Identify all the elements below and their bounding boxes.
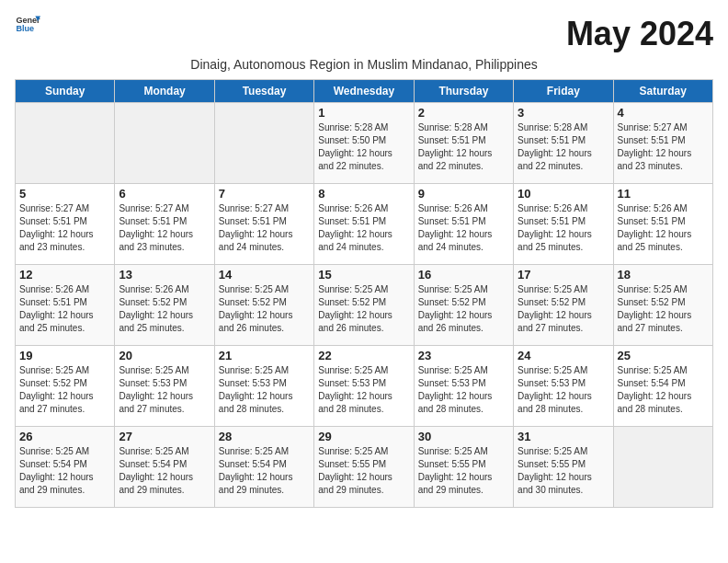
day-number: 20 (119, 349, 210, 362)
day-info: Sunrise: 5:26 AMSunset: 5:52 PMDaylight:… (119, 283, 210, 335)
day-info: Sunrise: 5:25 AMSunset: 5:54 PMDaylight:… (119, 445, 210, 497)
calendar-cell: 4Sunrise: 5:27 AMSunset: 5:51 PMDaylight… (613, 103, 712, 184)
day-number: 16 (418, 268, 509, 282)
day-info: Sunrise: 5:25 AMSunset: 5:52 PMDaylight:… (618, 283, 709, 335)
day-info: Sunrise: 5:28 AMSunset: 5:51 PMDaylight:… (418, 121, 509, 173)
day-info: Sunrise: 5:25 AMSunset: 5:53 PMDaylight:… (418, 364, 509, 416)
calendar-cell: 9Sunrise: 5:26 AMSunset: 5:51 PMDaylight… (414, 184, 513, 265)
day-number: 3 (518, 106, 609, 120)
calendar-table: SundayMondayTuesdayWednesdayThursdayFrid… (15, 79, 713, 508)
day-number: 22 (318, 349, 409, 362)
day-number: 7 (219, 187, 310, 201)
day-number: 24 (518, 349, 609, 362)
day-number: 2 (418, 106, 509, 120)
calendar-cell: 25Sunrise: 5:25 AMSunset: 5:54 PMDayligh… (613, 346, 712, 427)
calendar-cell (613, 427, 712, 508)
day-number: 14 (219, 268, 310, 282)
weekday-header: Sunday (16, 80, 115, 103)
day-info: Sunrise: 5:25 AMSunset: 5:53 PMDaylight:… (318, 364, 409, 416)
day-info: Sunrise: 5:25 AMSunset: 5:54 PMDaylight:… (19, 445, 110, 497)
day-number: 28 (219, 430, 310, 443)
calendar-cell: 24Sunrise: 5:25 AMSunset: 5:53 PMDayligh… (514, 346, 613, 427)
calendar-cell: 11Sunrise: 5:26 AMSunset: 5:51 PMDayligh… (613, 184, 712, 265)
calendar-cell: 29Sunrise: 5:25 AMSunset: 5:55 PMDayligh… (314, 427, 414, 508)
day-info: Sunrise: 5:25 AMSunset: 5:54 PMDaylight:… (618, 364, 709, 416)
day-info: Sunrise: 5:26 AMSunset: 5:51 PMDaylight:… (618, 202, 709, 254)
day-info: Sunrise: 5:25 AMSunset: 5:54 PMDaylight:… (219, 445, 310, 497)
day-info: Sunrise: 5:25 AMSunset: 5:55 PMDaylight:… (518, 445, 609, 497)
day-number: 19 (19, 349, 110, 362)
day-info: Sunrise: 5:26 AMSunset: 5:51 PMDaylight:… (318, 202, 409, 254)
day-number: 8 (318, 187, 409, 201)
calendar-cell: 10Sunrise: 5:26 AMSunset: 5:51 PMDayligh… (514, 184, 613, 265)
day-number: 18 (618, 268, 709, 282)
day-number: 17 (518, 268, 609, 282)
day-info: Sunrise: 5:25 AMSunset: 5:53 PMDaylight:… (119, 364, 210, 416)
day-info: Sunrise: 5:25 AMSunset: 5:52 PMDaylight:… (518, 283, 609, 335)
day-number: 1 (318, 106, 409, 120)
day-number: 13 (119, 268, 210, 282)
day-info: Sunrise: 5:25 AMSunset: 5:52 PMDaylight:… (318, 283, 409, 335)
calendar-cell: 6Sunrise: 5:27 AMSunset: 5:51 PMDaylight… (115, 184, 214, 265)
day-info: Sunrise: 5:26 AMSunset: 5:51 PMDaylight:… (19, 283, 110, 335)
calendar-cell: 13Sunrise: 5:26 AMSunset: 5:52 PMDayligh… (115, 265, 214, 346)
day-number: 10 (518, 187, 609, 201)
day-number: 11 (618, 187, 709, 201)
calendar-cell: 31Sunrise: 5:25 AMSunset: 5:55 PMDayligh… (514, 427, 613, 508)
calendar-cell: 28Sunrise: 5:25 AMSunset: 5:54 PMDayligh… (214, 427, 313, 508)
month-title: May 2024 (566, 15, 713, 53)
day-number: 15 (318, 268, 409, 282)
day-number: 31 (518, 430, 609, 443)
calendar-cell: 23Sunrise: 5:25 AMSunset: 5:53 PMDayligh… (414, 346, 513, 427)
day-info: Sunrise: 5:25 AMSunset: 5:53 PMDaylight:… (518, 364, 609, 416)
calendar-cell (214, 103, 313, 184)
day-info: Sunrise: 5:28 AMSunset: 5:51 PMDaylight:… (518, 121, 609, 173)
day-info: Sunrise: 5:25 AMSunset: 5:52 PMDaylight:… (219, 283, 310, 335)
day-info: Sunrise: 5:25 AMSunset: 5:52 PMDaylight:… (418, 283, 509, 335)
day-number: 27 (119, 430, 210, 443)
calendar-cell: 30Sunrise: 5:25 AMSunset: 5:55 PMDayligh… (414, 427, 513, 508)
calendar-cell: 18Sunrise: 5:25 AMSunset: 5:52 PMDayligh… (613, 265, 712, 346)
day-info: Sunrise: 5:25 AMSunset: 5:52 PMDaylight:… (19, 364, 110, 416)
day-info: Sunrise: 5:27 AMSunset: 5:51 PMDaylight:… (618, 121, 709, 173)
calendar-cell: 27Sunrise: 5:25 AMSunset: 5:54 PMDayligh… (115, 427, 214, 508)
day-number: 9 (418, 187, 509, 201)
calendar-cell: 7Sunrise: 5:27 AMSunset: 5:51 PMDaylight… (214, 184, 313, 265)
day-info: Sunrise: 5:26 AMSunset: 5:51 PMDaylight:… (518, 202, 609, 254)
calendar-cell: 16Sunrise: 5:25 AMSunset: 5:52 PMDayligh… (414, 265, 513, 346)
day-info: Sunrise: 5:26 AMSunset: 5:51 PMDaylight:… (418, 202, 509, 254)
day-number: 29 (318, 430, 409, 443)
day-info: Sunrise: 5:25 AMSunset: 5:53 PMDaylight:… (219, 364, 310, 416)
calendar-cell (16, 103, 115, 184)
day-number: 6 (119, 187, 210, 201)
calendar-cell: 15Sunrise: 5:25 AMSunset: 5:52 PMDayligh… (314, 265, 414, 346)
calendar-cell: 22Sunrise: 5:25 AMSunset: 5:53 PMDayligh… (314, 346, 414, 427)
calendar-cell: 19Sunrise: 5:25 AMSunset: 5:52 PMDayligh… (16, 346, 115, 427)
calendar-cell: 12Sunrise: 5:26 AMSunset: 5:51 PMDayligh… (16, 265, 115, 346)
calendar-cell: 14Sunrise: 5:25 AMSunset: 5:52 PMDayligh… (214, 265, 313, 346)
logo-icon: General Blue (15, 11, 40, 37)
calendar-cell: 26Sunrise: 5:25 AMSunset: 5:54 PMDayligh… (16, 427, 115, 508)
day-info: Sunrise: 5:25 AMSunset: 5:55 PMDaylight:… (318, 445, 409, 497)
weekday-header: Monday (115, 80, 214, 103)
day-number: 30 (418, 430, 509, 443)
calendar-cell: 2Sunrise: 5:28 AMSunset: 5:51 PMDaylight… (414, 103, 513, 184)
weekday-header: Tuesday (214, 80, 313, 103)
calendar-cell: 8Sunrise: 5:26 AMSunset: 5:51 PMDaylight… (314, 184, 414, 265)
day-info: Sunrise: 5:28 AMSunset: 5:50 PMDaylight:… (318, 121, 409, 173)
calendar-cell: 20Sunrise: 5:25 AMSunset: 5:53 PMDayligh… (115, 346, 214, 427)
weekday-header: Wednesday (314, 80, 414, 103)
day-info: Sunrise: 5:27 AMSunset: 5:51 PMDaylight:… (219, 202, 310, 254)
day-number: 25 (618, 349, 709, 362)
calendar-cell: 3Sunrise: 5:28 AMSunset: 5:51 PMDaylight… (514, 103, 613, 184)
day-number: 26 (19, 430, 110, 443)
calendar-cell: 1Sunrise: 5:28 AMSunset: 5:50 PMDaylight… (314, 103, 414, 184)
day-info: Sunrise: 5:27 AMSunset: 5:51 PMDaylight:… (19, 202, 110, 254)
weekday-header: Saturday (613, 80, 712, 103)
calendar-cell: 21Sunrise: 5:25 AMSunset: 5:53 PMDayligh… (214, 346, 313, 427)
logo: General Blue (15, 15, 40, 37)
day-number: 12 (19, 268, 110, 282)
svg-text:Blue: Blue (16, 24, 34, 33)
weekday-header: Thursday (414, 80, 513, 103)
calendar-subtitle: Dinaig, Autonomous Region in Muslim Mind… (15, 57, 713, 72)
